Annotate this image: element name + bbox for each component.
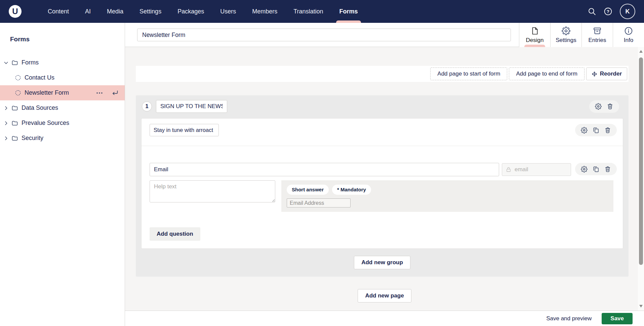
folder-icon	[11, 105, 18, 111]
enter-icon[interactable]	[111, 89, 119, 97]
group-body: email	[142, 146, 623, 248]
tree-item-label: Forms	[22, 59, 39, 66]
field-actions	[575, 163, 617, 175]
tree-item-security[interactable]: Security	[0, 131, 125, 146]
page-toolbar: Add page to start of form Add page to en…	[136, 66, 629, 82]
folder-icon	[11, 135, 18, 142]
group-copy-icon[interactable]	[593, 127, 599, 134]
vertical-scrollbar[interactable]	[638, 47, 644, 311]
page-settings-gear-icon[interactable]	[595, 103, 602, 110]
group-actions	[575, 124, 617, 136]
question-caption-input[interactable]	[150, 163, 499, 176]
reorder-button[interactable]: Reorder	[586, 67, 627, 80]
tab-design[interactable]: Design	[519, 23, 550, 47]
field-row: email	[150, 163, 617, 176]
scroll-down-arrow[interactable]	[639, 305, 643, 308]
form-design-canvas: Add page to start of form Add page to en…	[125, 47, 644, 311]
chevron-down-icon	[3, 60, 9, 65]
field-settings-gear-icon[interactable]	[581, 166, 588, 173]
mandatory-badge: * Mandatory	[332, 185, 371, 195]
group-delete-trash-icon[interactable]	[604, 127, 611, 134]
forms-tree: Forms Contact Us Newsletter Form	[0, 55, 125, 146]
group-settings-gear-icon[interactable]	[581, 127, 588, 134]
field-delete-trash-icon[interactable]	[604, 166, 611, 173]
add-new-page-button[interactable]: Add new page	[358, 289, 411, 302]
chevron-right-icon	[3, 121, 9, 126]
help-text-input[interactable]	[150, 180, 275, 202]
svg-text:?: ?	[607, 9, 609, 14]
nav-item-settings[interactable]: Settings	[131, 0, 169, 23]
chevron-right-icon	[3, 105, 9, 111]
save-button[interactable]: Save	[602, 313, 633, 324]
search-icon[interactable]	[588, 7, 596, 16]
nav-item-members[interactable]: Members	[244, 0, 285, 23]
move-icon	[592, 71, 597, 77]
editor-footer: Save and preview Save	[125, 311, 644, 326]
field-alias: email	[502, 163, 571, 176]
umbraco-logo[interactable]: U	[9, 5, 22, 18]
field-detail-row: Short answer * Mandatory	[150, 180, 617, 212]
chevron-right-icon	[3, 136, 9, 141]
scroll-up-arrow[interactable]	[639, 50, 643, 53]
tree-item-label: Data Sources	[22, 104, 58, 111]
nav-item-packages[interactable]: Packages	[169, 0, 212, 23]
field-preview-panel: Short answer * Mandatory	[281, 180, 613, 212]
tree-item-data-sources[interactable]: Data Sources	[0, 100, 125, 115]
tree-item-forms-folder[interactable]: Forms	[0, 55, 125, 70]
page-number-badge: 1	[142, 101, 152, 111]
tree-item-label: Contact Us	[25, 74, 54, 81]
add-question-button[interactable]: Add question	[150, 227, 200, 241]
sidebar-title: Forms	[10, 36, 125, 43]
form-group-card: email	[141, 118, 623, 249]
section-nav: Content AI Media Settings Packages Users…	[40, 0, 366, 23]
nav-right-actions: ? K	[588, 4, 635, 19]
lock-icon	[506, 167, 512, 173]
group-caption-input[interactable]	[150, 124, 219, 136]
tab-entries[interactable]: Entries	[581, 23, 613, 47]
user-avatar[interactable]: K	[620, 4, 635, 19]
add-new-group-button[interactable]: Add new group	[354, 256, 410, 269]
page-actions	[589, 100, 619, 113]
tree-item-label: Security	[22, 135, 43, 142]
form-name-input[interactable]	[137, 29, 511, 41]
ellipsis-icon[interactable]	[96, 89, 103, 97]
help-icon[interactable]: ?	[604, 7, 612, 16]
scrollbar-thumb[interactable]	[639, 57, 643, 265]
save-and-preview-button[interactable]: Save and preview	[546, 315, 592, 322]
field-copy-icon[interactable]	[593, 166, 599, 173]
page-delete-trash-icon[interactable]	[607, 103, 613, 110]
tab-label: Info	[624, 37, 633, 44]
tree-item-label: Prevalue Sources	[22, 120, 69, 127]
nav-item-translation[interactable]: Translation	[285, 0, 331, 23]
tree-item-prevalue-sources[interactable]: Prevalue Sources	[0, 115, 125, 131]
tree-item-label: Newsletter Form	[25, 89, 69, 96]
form-editor-header: Design Settings Entries Info	[125, 23, 644, 47]
sidebar: Forms Forms Contact Us Newsletter Form	[0, 23, 125, 326]
tab-info[interactable]: Info	[613, 23, 644, 47]
form-icon	[15, 90, 21, 96]
group-header	[142, 119, 623, 146]
add-page-end-button[interactable]: Add page to end of form	[509, 67, 584, 80]
field-alias-text: email	[515, 166, 528, 173]
tab-settings[interactable]: Settings	[550, 23, 581, 47]
form-icon	[15, 75, 21, 81]
tree-item-newsletter-form[interactable]: Newsletter Form	[0, 85, 125, 100]
folder-icon	[11, 59, 18, 66]
folder-icon	[11, 120, 18, 127]
nav-item-content[interactable]: Content	[40, 0, 77, 23]
page-header: 1	[136, 95, 629, 117]
tree-item-contact-us[interactable]: Contact Us	[0, 70, 125, 85]
page-title-input[interactable]	[156, 100, 227, 113]
tab-label: Settings	[556, 37, 576, 44]
top-navbar: U Content AI Media Settings Packages Use…	[0, 0, 644, 23]
nav-item-media[interactable]: Media	[99, 0, 131, 23]
tab-label: Design	[526, 37, 544, 44]
tree-item-actions	[96, 89, 119, 97]
nav-item-users[interactable]: Users	[212, 0, 244, 23]
answer-type-badge: Short answer	[287, 185, 329, 195]
form-page-container: 1	[136, 95, 629, 277]
reorder-label: Reorder	[600, 71, 622, 77]
nav-item-ai[interactable]: AI	[77, 0, 99, 23]
nav-item-forms[interactable]: Forms	[331, 0, 366, 23]
add-page-start-button[interactable]: Add page to start of form	[430, 67, 507, 80]
